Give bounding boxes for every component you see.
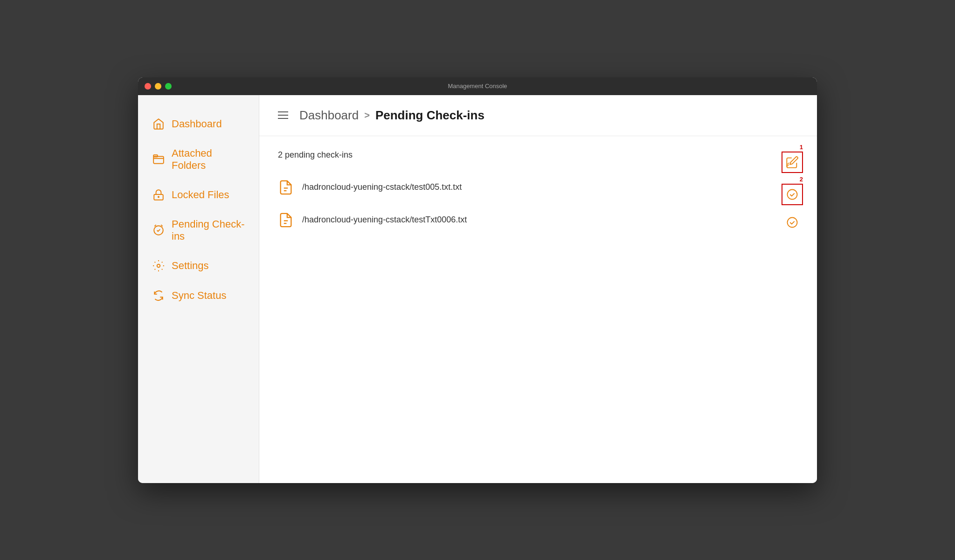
sync-icon xyxy=(152,289,165,302)
content-area: 2 pending check-ins /hadroncloud-yuening… xyxy=(259,136,817,483)
checkin-icon xyxy=(152,224,165,237)
sidebar-label-settings: Settings xyxy=(172,260,209,272)
minimize-button[interactable] xyxy=(155,83,161,90)
svg-point-5 xyxy=(157,264,160,267)
approve-button-highlighted[interactable] xyxy=(782,184,803,205)
annotation-1: 1 xyxy=(800,144,803,151)
maximize-button[interactable] xyxy=(165,83,172,90)
breadcrumb-separator: > xyxy=(364,110,370,121)
action-group-1: 1 xyxy=(782,144,803,173)
annotation-2: 2 xyxy=(800,176,803,183)
sidebar-label-dashboard: Dashboard xyxy=(172,118,222,130)
main-content: Dashboard > Pending Check-ins 2 pending … xyxy=(259,95,817,483)
sidebar-label-attached-folders: Attached Folders xyxy=(172,147,245,172)
sidebar-item-locked-files[interactable]: Locked Files xyxy=(138,180,259,210)
breadcrumb-parent: Dashboard xyxy=(299,108,359,123)
header: Dashboard > Pending Check-ins xyxy=(259,95,817,136)
sidebar-item-dashboard[interactable]: Dashboard xyxy=(138,109,259,139)
window-title: Management Console xyxy=(448,83,507,90)
svg-rect-0 xyxy=(153,156,164,163)
svg-point-11 xyxy=(788,217,797,227)
file-item-2: /hadroncloud-yuening-cstack/testTxt0006.… xyxy=(278,206,798,235)
breadcrumb-current: Pending Check-ins xyxy=(375,108,484,123)
pending-count: 2 pending check-ins xyxy=(278,150,798,160)
file-path-1: /hadroncloud-yuening-cstack/test005.txt.… xyxy=(302,182,462,192)
file-item-1: /hadroncloud-yuening-cstack/test005.txt.… xyxy=(278,173,798,202)
approve-button-plain[interactable] xyxy=(782,212,803,233)
sidebar-label-locked-files: Locked Files xyxy=(172,189,229,201)
app-body: Dashboard Attached Folders xyxy=(138,95,817,483)
home-icon xyxy=(152,118,165,131)
action-group-2: 2 xyxy=(782,176,803,205)
hamburger-menu-icon[interactable] xyxy=(278,111,288,119)
file-icon-1 xyxy=(278,180,294,195)
sidebar-item-attached-folders[interactable]: Attached Folders xyxy=(138,139,259,180)
checkin-edit-button-highlighted[interactable] xyxy=(782,152,803,173)
lock-icon xyxy=(152,188,165,201)
sidebar: Dashboard Attached Folders xyxy=(138,95,259,483)
sidebar-item-settings[interactable]: Settings xyxy=(138,251,259,281)
folder-icon xyxy=(152,153,165,166)
app-window: Management Console Dashboard xyxy=(138,77,817,483)
svg-rect-1 xyxy=(153,155,158,157)
svg-point-10 xyxy=(788,189,797,199)
sidebar-item-sync-status[interactable]: Sync Status xyxy=(138,281,259,311)
gear-icon xyxy=(152,259,165,272)
sidebar-item-pending-checkins[interactable]: Pending Check-ins xyxy=(138,210,259,251)
close-button[interactable] xyxy=(145,83,151,90)
file-list: /hadroncloud-yuening-cstack/test005.txt.… xyxy=(278,173,798,235)
breadcrumb: Dashboard > Pending Check-ins xyxy=(299,108,484,123)
window-controls xyxy=(145,83,172,90)
actions-panel: 1 2 xyxy=(782,144,803,233)
sidebar-label-sync-status: Sync Status xyxy=(172,290,226,302)
svg-point-3 xyxy=(158,196,159,197)
file-path-2: /hadroncloud-yuening-cstack/testTxt0006.… xyxy=(302,215,467,225)
file-icon-2 xyxy=(278,212,294,228)
title-bar: Management Console xyxy=(138,77,817,95)
sidebar-label-pending-checkins: Pending Check-ins xyxy=(172,218,245,242)
